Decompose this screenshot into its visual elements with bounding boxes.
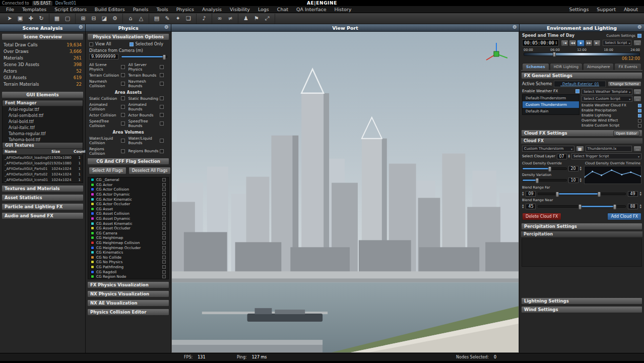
select-script-dropdown[interactable]: Select Script ▾	[603, 40, 631, 46]
checkbox[interactable]	[160, 139, 164, 143]
font-list-item[interactable]: Arial-regular.ttf	[3, 106, 83, 112]
weather-scheme-item-default-thunderstorm[interactable]: Default-Thunderstorm	[523, 95, 579, 101]
blend-near-handle-max[interactable]	[613, 204, 616, 210]
section-wind-settings[interactable]: Wind Settings	[521, 306, 642, 313]
tab-fx-events[interactable]: FX Events	[614, 63, 641, 70]
menu-item-chat[interactable]: Chat	[273, 7, 292, 12]
align-split-icon[interactable]: ⊟	[89, 14, 99, 23]
texture-row[interactable]: _APXDefaultGUI_Icons011024x10241	[3, 177, 83, 183]
checkbox[interactable]	[162, 212, 166, 215]
active-scheme-value[interactable]: _Default-Exterior_01	[554, 81, 605, 87]
menu-item-visibility[interactable]: Visibility	[226, 7, 254, 12]
checkbox[interactable]	[121, 65, 125, 69]
eraser-icon[interactable]: ◪	[99, 14, 109, 23]
density-override-value[interactable]: 20	[568, 166, 578, 171]
custom-script-browse-button[interactable]: ...	[633, 96, 641, 102]
select-script-browse-button[interactable]: ...	[633, 40, 641, 46]
texture-row[interactable]: _APXDefaultGUI_loading011920x10801	[3, 155, 83, 160]
city-blocks-icon[interactable]: ▤	[152, 14, 162, 23]
script-icon[interactable]: ❏	[183, 14, 194, 23]
marquee-select-icon[interactable]: ▣	[15, 14, 25, 23]
section-fx-general-settings[interactable]: FX General Settings	[521, 72, 642, 79]
menu-item-settings[interactable]: Settings	[565, 7, 593, 12]
menu-item-about[interactable]: About	[620, 7, 642, 12]
checkbox[interactable]	[162, 202, 166, 206]
blend-near-max-spinner[interactable]: ▲▼	[640, 204, 641, 209]
checkbox[interactable]	[160, 149, 164, 153]
blend-near-min-value[interactable]: 45	[526, 204, 536, 209]
section-nx-physics-visualization[interactable]: NX Physics Visualization	[87, 290, 169, 297]
checkbox[interactable]	[638, 104, 641, 107]
step-back-button[interactable]: ◀◀	[569, 40, 576, 46]
character-icon[interactable]: ♟	[241, 14, 251, 23]
section-gui-elements[interactable]: GUI Elements	[2, 91, 84, 98]
section-percipitation-settings[interactable]: Percipitation Settings	[521, 223, 642, 230]
font-list-item[interactable]: Arial-italic.ttf	[3, 125, 83, 131]
font-list-item[interactable]: Arial-semibold.ttf	[3, 112, 83, 118]
change-scheme-button[interactable]: Change Scheme	[608, 81, 641, 87]
cloud-script-field[interactable]: Thunderstorm.lx	[586, 146, 632, 152]
select-all-flags-button[interactable]: Select All Flags	[89, 167, 126, 174]
menu-item-file[interactable]: File	[2, 7, 18, 12]
menu-item-support[interactable]: Support	[593, 7, 620, 12]
flag-row[interactable]: CG Asset Dynamic	[88, 216, 168, 221]
weather-scheme-item-default-rain[interactable]: Default-Rain	[523, 108, 579, 114]
play-button[interactable]: ▶	[577, 40, 585, 46]
flag-row[interactable]: CG No Collide	[88, 255, 168, 260]
checkbox[interactable]	[162, 265, 166, 269]
blend-far-handle-min[interactable]	[556, 192, 559, 197]
checkbox[interactable]	[121, 149, 125, 153]
gear-icon[interactable]: ⚙	[164, 24, 169, 30]
checkbox[interactable]	[121, 113, 125, 117]
blend-far-min-value[interactable]: 09	[526, 191, 536, 197]
flag-row[interactable]: CG Actor	[88, 183, 168, 188]
flag-row[interactable]: CG Actor Occluder	[88, 202, 168, 207]
axis-gizmo[interactable]	[483, 41, 509, 64]
open-editor-button[interactable]: Open Editor	[613, 131, 639, 136]
section-cg-cff-flag-selection[interactable]: CG And CFF Flag Selection	[87, 158, 169, 165]
texture-row[interactable]: _APXDefaultGUI_Parts021024x10241	[3, 171, 83, 177]
weather-template-browse-button[interactable]: ...	[633, 89, 641, 95]
node-graph-icon[interactable]: ✦	[173, 14, 183, 23]
density-variation-value[interactable]: 10	[568, 177, 578, 183]
checkbox[interactable]	[162, 236, 166, 239]
blend-far-max-spinner[interactable]: ▲▼	[640, 192, 641, 196]
menu-item-script-editors[interactable]: Script Editors	[50, 7, 91, 12]
tab-atmosphere[interactable]: Atmosphere	[583, 63, 614, 70]
checkbox[interactable]	[162, 246, 166, 250]
enable-weather-fx-checkbox[interactable]	[575, 89, 579, 93]
crop-region-icon[interactable]: ▢	[62, 14, 73, 23]
time-of-day-display[interactable]: 00:05:00:00 ▲ ▼	[522, 39, 559, 46]
distance-slider[interactable]	[121, 55, 167, 58]
time-spinner[interactable]: ▲ ▼	[556, 41, 557, 45]
section-fx-physics-visualization[interactable]: FX Physics Visualization	[87, 281, 169, 288]
section-physics-collision-editor[interactable]: Physics Collision Editor	[87, 309, 169, 316]
flag-row[interactable]: CG Asset	[88, 207, 168, 212]
checkbox[interactable]	[160, 82, 164, 86]
font-manager-header[interactable]: Font Manager	[3, 100, 83, 106]
checkbox[interactable]	[162, 256, 166, 259]
distance-value-field[interactable]: 9.99999999	[89, 54, 118, 59]
checkbox[interactable]	[162, 222, 166, 225]
menu-item-physics[interactable]: Physics	[172, 7, 198, 12]
checkbox[interactable]	[162, 198, 166, 201]
cloud-layer-spinner[interactable]: ▲▼	[568, 154, 570, 159]
viewport-3d-scene[interactable]	[171, 32, 519, 353]
menu-item-build-editors[interactable]: Build Editors	[91, 7, 129, 12]
flag-row[interactable]: CG Actor Dynamic	[88, 192, 168, 197]
checkbox[interactable]	[121, 73, 125, 77]
step-forward-button[interactable]: ▶▶	[585, 40, 593, 46]
flag-row[interactable]: CG Asset Collision	[88, 211, 168, 216]
blend-far-max-value[interactable]: 49	[628, 191, 638, 197]
checkbox[interactable]	[160, 122, 164, 126]
skip-end-button[interactable]: ▶|	[593, 40, 601, 46]
gear-icon[interactable]: ⚙	[79, 24, 83, 30]
custom-settings-checkbox[interactable]	[637, 34, 641, 38]
move-tool-icon[interactable]: ✚	[26, 14, 36, 23]
section-cloud-fx-settings[interactable]: Cloud FX Settings Open Editor	[521, 130, 642, 137]
font-list-item[interactable]: Tahoma-regular.ttf	[3, 131, 83, 137]
section-asset-statistics[interactable]: Asset Statistics	[2, 194, 84, 201]
flag-row[interactable]: CG Heightmap	[88, 235, 168, 240]
flag-row[interactable]: CG Heightmap Occluder	[88, 245, 168, 250]
checkbox[interactable]	[162, 270, 166, 274]
